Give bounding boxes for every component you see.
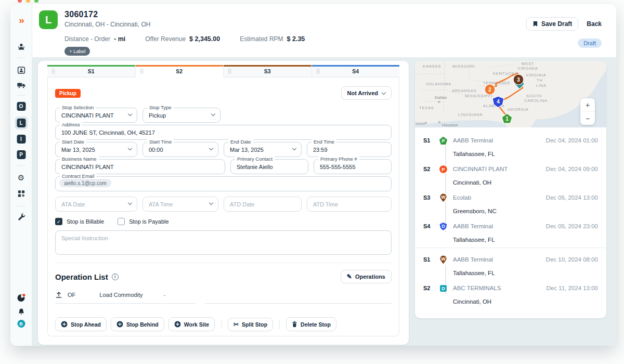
info-icon[interactable]: i	[112, 274, 119, 280]
tab-s3[interactable]: S3	[223, 65, 311, 77]
operations-label: Operations	[355, 274, 385, 280]
plus-circle-icon	[61, 321, 68, 328]
start-time-field[interactable]: Start Time 00:00	[142, 142, 218, 157]
tab-label: S1	[88, 68, 95, 74]
app-logo-chevrons-icon[interactable]: »	[19, 15, 23, 26]
stop-code: S3	[423, 193, 439, 201]
sidebar-item-notifications[interactable]	[17, 308, 25, 316]
close-window-dot[interactable]	[18, 0, 22, 3]
tab-color-bar	[224, 65, 311, 67]
sidebar-item-settings[interactable]: ⚙	[18, 174, 24, 181]
save-draft-button[interactable]: Save Draft	[526, 17, 578, 31]
stop-selection-field[interactable]: Stop Selection CINCINNATI PLANT	[55, 108, 137, 123]
svg-text:W: W	[441, 194, 446, 200]
atd-time-field[interactable]: ATD Time	[307, 197, 392, 212]
operation-row[interactable]: OF Load Commodity -	[55, 291, 392, 304]
checkbox-checked-icon[interactable]: ✓	[55, 218, 62, 225]
sidebar-item-app-notification[interactable]	[17, 293, 25, 302]
arrival-status-dropdown[interactable]: Not Arrived	[341, 86, 392, 100]
end-date-field[interactable]: End Date Mar 13, 2025	[224, 142, 302, 157]
back-button[interactable]: Back	[587, 20, 602, 28]
split-stop-button[interactable]: ✂ Split Stop	[228, 318, 273, 331]
stop-ahead-button[interactable]: Stop Ahead	[55, 317, 107, 331]
end-time-field[interactable]: End Time 23:59	[307, 142, 392, 157]
gear-icon: ⚙	[18, 174, 24, 181]
circle-marker-icon: P	[439, 165, 448, 174]
page: »	[0, 0, 624, 364]
stop-code: S2	[423, 165, 439, 172]
drag-handle-icon[interactable]	[51, 69, 55, 74]
route-map[interactable]: KANSAS MISSOURI WEST VIRGINIA KENTUCKY V…	[415, 61, 606, 127]
drag-handle-icon[interactable]	[228, 69, 231, 74]
sidebar-item-b-app[interactable]: B	[17, 320, 25, 328]
stop-tabs: S1 S2 S3	[47, 65, 399, 77]
sidebar-item-loads-active[interactable]: L	[15, 116, 28, 129]
sidebar-item-tools[interactable]	[17, 213, 25, 220]
map-zoom-control[interactable]: + −	[580, 98, 595, 125]
city-label: Dallas	[435, 95, 447, 100]
operations-button[interactable]: ✎ Operations	[341, 270, 392, 283]
sidebar-item-dispatch[interactable]	[17, 43, 25, 51]
stop-list-row[interactable]: S2 P CINCINNATI PLANT Dec 04, 2024 09:00…	[415, 160, 606, 188]
window-controls[interactable]	[18, 0, 38, 3]
stop-list-row[interactable]: S1 W AABB Terminal Dec 10, 2024 08:00 Ta…	[415, 250, 606, 279]
load-type-badge: L	[39, 10, 58, 29]
delete-stop-button[interactable]: Delete Stop	[286, 317, 336, 331]
add-label-button[interactable]: + Label	[64, 47, 90, 56]
tab-s2-active[interactable]: S2	[135, 65, 224, 77]
zoom-out-button[interactable]: −	[580, 112, 595, 125]
stop-is-billable-checkbox[interactable]: ✓ Stop is Billable	[55, 218, 104, 225]
sidebar-item-trucks[interactable]	[17, 82, 25, 89]
route-summary-card: KANSAS MISSOURI WEST VIRGINIA KENTUCKY V…	[415, 61, 606, 318]
field-label: Stop Selection	[60, 105, 96, 110]
primary-contact-field[interactable]: Primary Contact Stefanie Aiello	[230, 159, 308, 174]
sidebar-item-payables[interactable]: P	[17, 150, 25, 159]
invoices-letter-icon: I	[17, 135, 25, 144]
bookmark-icon	[532, 21, 538, 27]
primary-phone-field[interactable]: Primary Phone # 555-555-5555	[314, 159, 392, 174]
address-field[interactable]: Address 100 JUNE ST, Cincinnati, OH, 452…	[55, 125, 392, 140]
stop-list-row[interactable]: S4 D AABB Terminal Dec 05, 2024 23:00 Ta…	[415, 217, 606, 245]
stop-list-row[interactable]: S3 W Ecolab Dec 05, 2024 13:00 Greensbor…	[415, 188, 606, 217]
contract-email-field[interactable]: Contract Email aiello.s.1@cp.com	[55, 176, 392, 191]
stop-list-row[interactable]: S2 D ABC TERMINALS Dec 11, 2024 13:00 Ci…	[415, 279, 606, 307]
email-chip[interactable]: aiello.s.1@cp.com	[59, 179, 111, 187]
checkbox-unchecked-icon[interactable]	[118, 218, 125, 225]
operation-code: OF	[68, 292, 75, 298]
upload-icon[interactable]	[55, 291, 62, 298]
payables-letter-icon: P	[17, 150, 25, 159]
ata-time-field[interactable]: ATA Time	[142, 197, 218, 212]
stop-list-row[interactable]: S1 P AABB Terminal Dec 04, 2024 01:00 Ta…	[415, 131, 606, 160]
work-site-button[interactable]: Work Site	[168, 317, 215, 331]
drag-handle-icon[interactable]	[140, 69, 144, 74]
tab-s1[interactable]: S1	[47, 65, 135, 77]
business-name-field[interactable]: Business Name CINCINNATI PLANT	[55, 159, 225, 174]
sidebar-item-badge[interactable]	[17, 66, 25, 74]
distance-metric: Distance - Order - mi	[64, 35, 125, 43]
state-label: CAROLINA	[524, 98, 548, 103]
grid-plus-icon	[17, 190, 25, 198]
tab-s4[interactable]: S4	[311, 65, 400, 77]
start-date-field[interactable]: Start Date Mar 13, 2025	[55, 142, 137, 157]
minimize-window-dot[interactable]	[26, 0, 30, 3]
atd-date-field[interactable]: ATD Date	[224, 197, 302, 212]
stop-is-payable-checkbox[interactable]: Stop is Payable	[118, 218, 168, 225]
stop-type-field[interactable]: Stop Type Pickup	[142, 108, 220, 123]
sidebar-item-apps[interactable]	[17, 190, 25, 198]
stop-behind-button[interactable]: Stop Behind	[111, 317, 164, 331]
button-label: Stop Behind	[126, 321, 159, 328]
sidebar-item-invoices[interactable]: I	[17, 135, 25, 144]
map-marker-2[interactable]: 2	[485, 84, 495, 95]
maximize-window-dot[interactable]	[34, 0, 38, 3]
ata-date-field[interactable]: ATA Date	[55, 197, 137, 212]
button-label: Stop Ahead	[71, 321, 101, 328]
state-label: OKLAHOMA	[426, 82, 451, 86]
zoom-in-button[interactable]: +	[580, 98, 595, 112]
drag-handle-icon[interactable]	[316, 69, 320, 74]
stop-name: CINCINNATI PLANT	[453, 165, 546, 172]
loads-letter-icon: L	[17, 119, 25, 127]
load-commodity-label: Load Commodity	[99, 292, 142, 298]
sidebar-divider	[17, 206, 25, 206]
special-instruction-input[interactable]: Special Instruction	[55, 230, 392, 255]
sidebar-item-orders[interactable]: O	[17, 102, 25, 111]
